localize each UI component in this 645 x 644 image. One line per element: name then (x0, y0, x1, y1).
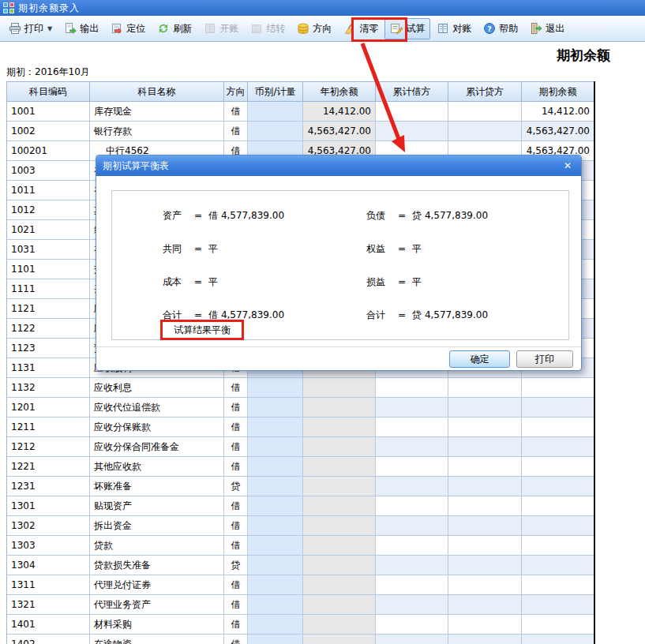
cum-credit-cell[interactable] (448, 102, 522, 122)
init-balance-cell[interactable]: 14,412.00 (522, 102, 594, 122)
column-header[interactable]: 币别/计量 (248, 82, 303, 102)
init-balance-cell[interactable] (522, 417, 594, 437)
account-code-cell[interactable]: 1311 (7, 575, 90, 595)
direction-cell[interactable]: 借 (224, 122, 248, 141)
cum-debit-cell[interactable] (376, 536, 448, 556)
cum-debit-cell[interactable] (376, 496, 448, 516)
account-name-cell[interactable]: 应收代位追偿款 (90, 398, 224, 417)
cum-credit-cell[interactable] (448, 575, 522, 595)
cum-debit-cell[interactable] (376, 615, 448, 635)
year-begin-cell[interactable] (303, 437, 376, 457)
account-code-cell[interactable]: 1121 (7, 299, 90, 319)
toolbar-button-对账[interactable]: 对账 (431, 18, 477, 39)
cum-credit-cell[interactable] (448, 536, 522, 556)
account-code-cell[interactable]: 1132 (7, 378, 90, 398)
account-name-cell[interactable]: 坏账准备 (90, 477, 224, 496)
cum-debit-cell[interactable] (376, 477, 448, 496)
currency-measure-cell[interactable] (248, 457, 303, 477)
init-balance-cell[interactable] (522, 437, 594, 457)
cum-credit-cell[interactable] (448, 378, 522, 398)
cum-credit-cell[interactable] (448, 457, 522, 477)
account-code-cell[interactable]: 1123 (7, 339, 90, 358)
column-header[interactable]: 累计贷方 (448, 82, 522, 102)
dialog-titlebar[interactable]: 期初试算平衡表 ✕ (96, 155, 581, 176)
direction-cell[interactable]: 贷 (224, 477, 248, 496)
year-begin-cell[interactable]: 4,563,427.00 (303, 122, 376, 141)
cum-debit-cell[interactable] (376, 122, 448, 141)
currency-measure-cell[interactable] (248, 102, 303, 122)
currency-measure-cell[interactable] (248, 398, 303, 417)
direction-cell[interactable]: 借 (224, 398, 248, 417)
cum-debit-cell[interactable] (376, 556, 448, 575)
account-code-cell[interactable]: 1111 (7, 279, 90, 299)
currency-measure-cell[interactable] (248, 496, 303, 516)
account-code-cell[interactable]: 1221 (7, 457, 90, 477)
init-balance-cell[interactable] (522, 536, 594, 556)
cum-debit-cell[interactable] (376, 595, 448, 615)
account-name-cell[interactable]: 贴现资产 (90, 496, 224, 516)
toolbar-button-输出[interactable]: 输出 (58, 18, 104, 39)
account-code-cell[interactable]: 1304 (7, 556, 90, 575)
account-name-cell[interactable]: 在途物资 (90, 635, 224, 644)
account-code-cell[interactable]: 1031 (7, 240, 90, 260)
direction-cell[interactable]: 借 (224, 595, 248, 615)
currency-measure-cell[interactable] (248, 635, 303, 644)
init-balance-cell[interactable]: 4,563,427.00 (522, 122, 594, 141)
currency-measure-cell[interactable] (248, 595, 303, 615)
direction-cell[interactable]: 借 (224, 516, 248, 536)
account-code-cell[interactable]: 100201 (7, 141, 90, 161)
cum-credit-cell[interactable] (448, 437, 522, 457)
cum-debit-cell[interactable] (376, 102, 448, 122)
currency-measure-cell[interactable] (248, 122, 303, 141)
account-code-cell[interactable]: 1002 (7, 122, 90, 141)
close-icon[interactable]: ✕ (561, 160, 575, 171)
cum-credit-cell[interactable] (448, 615, 522, 635)
toolbar-button-打印[interactable]: 打印▼ (3, 18, 58, 39)
init-balance-cell[interactable] (522, 378, 594, 398)
toolbar-button-清零[interactable]: 清零 (338, 18, 384, 39)
account-code-cell[interactable]: 1321 (7, 595, 90, 615)
year-begin-cell[interactable] (303, 457, 376, 477)
account-code-cell[interactable]: 1302 (7, 516, 90, 536)
init-balance-cell[interactable] (522, 457, 594, 477)
account-name-cell[interactable]: 贷款 (90, 536, 224, 556)
account-code-cell[interactable]: 1402 (7, 635, 90, 644)
dropdown-caret-icon[interactable]: ▼ (47, 25, 52, 32)
toolbar-button-方向[interactable]: 方向 (291, 18, 337, 39)
account-name-cell[interactable]: 应收分保合同准备金 (90, 437, 224, 457)
cum-debit-cell[interactable] (376, 417, 448, 437)
account-name-cell[interactable]: 拆出资金 (90, 516, 224, 536)
currency-measure-cell[interactable] (248, 615, 303, 635)
year-begin-cell[interactable] (303, 536, 376, 556)
column-header[interactable]: 科目名称 (90, 82, 224, 102)
toolbar-button-定位[interactable]: 定位 (105, 18, 151, 39)
account-name-cell[interactable]: 代理兑付证券 (90, 575, 224, 595)
cum-credit-cell[interactable] (448, 417, 522, 437)
account-name-cell[interactable]: 贷款损失准备 (90, 556, 224, 575)
cum-debit-cell[interactable] (376, 516, 448, 536)
year-begin-cell[interactable] (303, 595, 376, 615)
direction-cell[interactable]: 借 (224, 496, 248, 516)
direction-cell[interactable]: 贷 (224, 556, 248, 575)
direction-cell[interactable]: 借 (224, 378, 248, 398)
cum-credit-cell[interactable] (448, 398, 522, 417)
cum-debit-cell[interactable] (376, 457, 448, 477)
currency-measure-cell[interactable] (248, 417, 303, 437)
cum-credit-cell[interactable] (448, 556, 522, 575)
cum-debit-cell[interactable] (376, 575, 448, 595)
currency-measure-cell[interactable] (248, 556, 303, 575)
account-name-cell[interactable]: 代理业务资产 (90, 595, 224, 615)
year-begin-cell[interactable] (303, 556, 376, 575)
direction-cell[interactable]: 借 (224, 615, 248, 635)
init-balance-cell[interactable] (522, 575, 594, 595)
account-name-cell[interactable]: 应收利息 (90, 378, 224, 398)
init-balance-cell[interactable] (522, 556, 594, 575)
cum-credit-cell[interactable] (448, 122, 522, 141)
toolbar-button-刷新[interactable]: 刷新 (152, 18, 197, 39)
cum-credit-cell[interactable] (448, 477, 522, 496)
account-code-cell[interactable]: 1011 (7, 181, 90, 200)
currency-measure-cell[interactable] (248, 437, 303, 457)
account-code-cell[interactable]: 1122 (7, 319, 90, 339)
direction-cell[interactable]: 借 (224, 102, 248, 122)
direction-cell[interactable]: 借 (224, 635, 248, 644)
